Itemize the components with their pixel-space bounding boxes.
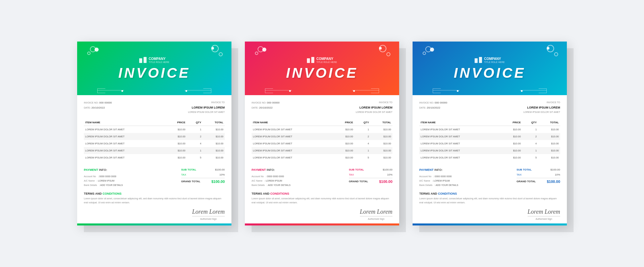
terms-accent: CONDITIONS xyxy=(103,192,122,195)
grand-total-value: $100.00 xyxy=(547,180,560,184)
cell-r0-c1: $10.00 xyxy=(166,126,187,133)
cell-r0-c3: $10.00 xyxy=(370,126,392,133)
signature-label: Authorised Sign xyxy=(192,218,225,220)
cell-r2-c1: $10.00 xyxy=(166,140,187,147)
signature-label: Authorised Sign xyxy=(528,218,560,220)
col-header-3: TOTAL xyxy=(370,119,392,126)
grand-total-label: GRAND TOTAL xyxy=(181,180,200,183)
table-row: LOREM IPSUM DOLOR SIT AMET$10.001$10.00 xyxy=(84,126,225,133)
table-row: LOREM IPSUM DOLOR SIT AMET$10.004$10.00 xyxy=(419,140,560,147)
svg-rect-4 xyxy=(475,58,478,63)
payment-val: : 0000 0000 0000 xyxy=(266,174,284,179)
tax-label: TAX xyxy=(349,173,354,176)
cell-r1-c0: LOREM IPSUM DOLOR SIT AMET xyxy=(252,133,333,140)
cell-r4-c2: 5 xyxy=(522,154,538,161)
terms-section: TERMS AND CONDITIONS Lorem ipsum dolor s… xyxy=(419,192,560,204)
invoice-title: INVOICE xyxy=(286,66,358,80)
col-header-0: ITEM NAME xyxy=(84,119,166,126)
payment-info: PAYMENT INFO: Account No : 0000 0000 000… xyxy=(419,167,458,188)
payment-row: A/C Name : LOREM IPSUM xyxy=(419,179,458,183)
cell-r0-c3: $10.00 xyxy=(538,126,560,133)
deco-circle xyxy=(425,46,431,52)
invoice-footer xyxy=(77,223,231,225)
meta-left: INVOICE NO: 000 00000 DATE: 20/10/2022 xyxy=(419,101,447,114)
payment-val: : LOREM IPSUM xyxy=(97,179,114,183)
cell-r4-c0: LOREM IPSUM DOLOR SIT AMET xyxy=(419,154,501,161)
deco-bracket-right xyxy=(539,88,547,93)
deco-circle xyxy=(379,45,386,52)
terms-accent: CONDITIONS xyxy=(438,192,457,195)
deco-bracket-left xyxy=(97,88,105,93)
bottom-section: PAYMENT INFO: Account No : 0000 0000 000… xyxy=(419,166,560,188)
grand-total-row: GRAND TOTAL $100.00 xyxy=(517,178,560,185)
invoice-to-name: LOREM IPSUM LOREM xyxy=(356,105,392,110)
invoice-card-green: COMPANY TITLE ROLE HERE INVOICE INVOICE … xyxy=(77,42,231,225)
grand-total-label: GRAND TOTAL xyxy=(517,180,536,183)
svg-rect-0 xyxy=(139,58,142,63)
table-row: LOREM IPSUM DOLOR SIT AMET$10.004$10.00 xyxy=(252,140,392,147)
invoice-table: ITEM NAMEPRICEQTYTOTAL LOREM IPSUM DOLOR… xyxy=(84,119,225,161)
terms-text: Lorem ipsum dolor sit amet, consectetuer… xyxy=(84,197,225,204)
cell-r3-c0: LOREM IPSUM DOLOR SIT AMET xyxy=(252,147,333,154)
table-row: LOREM IPSUM DOLOR SIT AMET$10.001$10.00 xyxy=(84,147,225,154)
subtotal-value: $100.00 xyxy=(215,168,225,171)
deco-circle xyxy=(211,45,219,52)
table-row: LOREM IPSUM DOLOR SIT AMET$10.001$10.00 xyxy=(252,126,392,133)
table-row: LOREM IPSUM DOLOR SIT AMET$10.001$10.00 xyxy=(252,147,392,154)
cell-r1-c1: $10.00 xyxy=(501,133,522,140)
totals-box: SUB TOTAL $100.00 TAX 10% GRAND TOTAL $1… xyxy=(181,167,225,185)
signature-area: Lorem Lorem Authorised Sign xyxy=(419,208,560,220)
signature-area: Lorem Lorem Authorised Sign xyxy=(84,208,225,220)
table-header-row: ITEM NAMEPRICEQTYTOTAL xyxy=(419,119,560,126)
cell-r3-c1: $10.00 xyxy=(501,147,522,154)
invoice-no-line: INVOICE NO: 000 00000 xyxy=(419,101,447,105)
invoice-body: INVOICE NO: 000 00000 DATE: 20/10/2022 I… xyxy=(413,95,567,223)
invoice-to-address: LOREM IPSUM DOLOR SIT AMET xyxy=(188,110,225,115)
invoice-to-name: LOREM IPSUM LOREM xyxy=(523,105,560,110)
invoice-table: ITEM NAMEPRICEQTYTOTAL LOREM IPSUM DOLOR… xyxy=(419,119,560,161)
meta-left: INVOICE NO: 000 00000 DATE: 20/10/2022 xyxy=(84,101,112,114)
company-name-area: COMPANY TITLE ROLE HERE xyxy=(307,57,337,63)
table-row: LOREM IPSUM DOLOR SIT AMET$10.005$10.00 xyxy=(419,154,560,161)
signature-script: Lorem Lorem xyxy=(192,208,225,216)
payment-key: Account No xyxy=(252,174,264,179)
payment-key: A/C Name xyxy=(419,179,430,183)
tax-row: TAX 10% xyxy=(181,172,225,177)
payment-row: A/C Name : LOREM IPSUM xyxy=(84,179,123,183)
invoice-no-line: INVOICE NO: 000 00000 xyxy=(252,101,280,105)
payment-key: Bank Details xyxy=(84,183,97,187)
signature-script: Lorem Lorem xyxy=(360,208,392,216)
payment-val: : ADD YOUR DETAILS xyxy=(267,183,290,187)
cell-r4-c1: $10.00 xyxy=(501,154,522,161)
deco-circle xyxy=(547,45,554,52)
cell-r1-c3: $10.00 xyxy=(370,133,392,140)
invoice-meta: INVOICE NO: 000 00000 DATE: 20/10/2022 I… xyxy=(84,101,225,114)
payment-info: PAYMENT INFO: Account No : 0000 0000 000… xyxy=(84,167,123,188)
table-row: LOREM IPSUM DOLOR SIT AMET$10.001$10.00 xyxy=(419,147,560,154)
company-sub-text: TITLE ROLE HERE xyxy=(484,61,504,63)
payment-key: Account No xyxy=(84,174,96,179)
col-header-1: PRICE xyxy=(166,119,187,126)
payment-row: A/C Name : LOREM IPSUM xyxy=(252,179,290,183)
grand-total-row: GRAND TOTAL $100.00 xyxy=(181,178,225,185)
cell-r2-c1: $10.00 xyxy=(333,140,355,147)
col-header-1: PRICE xyxy=(501,119,522,126)
terms-accent: CONDITIONS xyxy=(270,192,289,195)
deco-circle xyxy=(87,52,91,55)
table-row: LOREM IPSUM DOLOR SIT AMET$10.002$10.00 xyxy=(419,133,560,140)
payment-val: : LOREM IPSUM xyxy=(432,179,450,183)
signature-block: Lorem Lorem Authorised Sign xyxy=(192,208,225,220)
meta-right: INVOICE TO LOREM IPSUM LOREM LOREM IPSUM… xyxy=(523,101,560,114)
deco-dot xyxy=(289,90,291,92)
cell-r2-c1: $10.00 xyxy=(501,140,522,147)
payment-key: Bank Details xyxy=(252,183,265,187)
cell-r2-c2: 4 xyxy=(522,140,538,147)
cell-r2-c3: $10.00 xyxy=(538,140,560,147)
company-logo-icon xyxy=(139,57,147,63)
invoice-body: INVOICE NO: 000 00000 DATE: 20/10/2022 I… xyxy=(77,95,231,223)
cell-r0-c0: LOREM IPSUM DOLOR SIT AMET xyxy=(252,126,333,133)
invoice-table: ITEM NAMEPRICEQTYTOTAL LOREM IPSUM DOLOR… xyxy=(252,119,392,161)
deco-dot xyxy=(521,90,523,92)
payment-info: PAYMENT INFO: Account No : 0000 0000 000… xyxy=(252,167,290,188)
cell-r0-c0: LOREM IPSUM DOLOR SIT AMET xyxy=(419,126,501,133)
